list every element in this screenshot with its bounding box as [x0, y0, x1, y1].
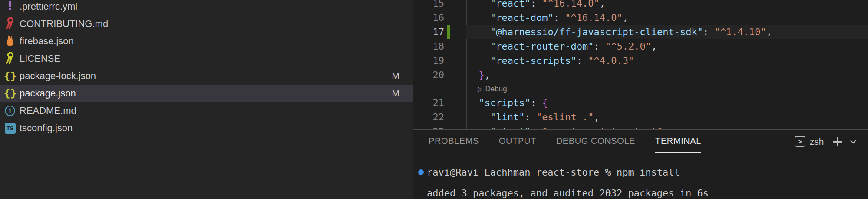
shell-name[interactable]: zsh	[810, 136, 824, 147]
command-decoration-dot	[418, 169, 424, 175]
panel-tab-problems[interactable]: PROBLEMS	[429, 130, 479, 153]
code-text: "react-scripts": "^4.0.3"	[467, 53, 634, 68]
editor-gutter-line-number: 23	[413, 124, 444, 129]
panel-tab-debug-console[interactable]: DEBUG CONSOLE	[556, 130, 635, 153]
editor-gutter-line-number: 16	[413, 10, 444, 25]
file-name: .prettierrc.yml	[20, 1, 77, 12]
editor-gutter-line-number: 17	[413, 25, 444, 39]
file-name: package-lock.json	[20, 70, 96, 82]
file-explorer: !.prettierrc.ymlCONTRIBUTING.mdfirebase.…	[0, 0, 413, 199]
code-text: "@harnessio/ff-javascript-client-sdk": "…	[467, 25, 772, 39]
editor-gutter-line-number: 18	[413, 39, 444, 53]
file-row-readme-md[interactable]: iREADME.md	[0, 102, 413, 119]
file-row--prettierrc-yml[interactable]: !.prettierrc.yml	[0, 0, 413, 15]
file-name: tsconfig.json	[20, 123, 73, 134]
editor-gutter-line-number: 20	[413, 68, 444, 82]
code-text: "scripts": {	[467, 96, 548, 110]
info-icon: i	[5, 106, 15, 116]
code-text: },	[467, 68, 490, 82]
gutter-added-indicator	[447, 25, 450, 39]
terminal-line: ravi@Ravi Lachhman react-store % npm ins…	[427, 167, 680, 178]
json-braces-icon: {}	[3, 71, 17, 81]
code-line-20[interactable]: 20 },	[413, 68, 868, 82]
code-line-18[interactable]: 18 "react-router-dom": "^5.2.0",	[413, 39, 868, 53]
code-editor[interactable]: 15 "react": "^16.14.0",16 "react-dom": "…	[413, 0, 868, 129]
panel-actions: > zsh +	[795, 130, 857, 153]
panel: PROBLEMSOUTPUTDEBUG CONSOLETERMINAL > zs…	[413, 129, 868, 199]
new-terminal-button[interactable]: +	[832, 134, 844, 149]
firebase-icon	[4, 34, 16, 49]
file-row-package-lock-json[interactable]: {}package-lock.jsonM	[0, 67, 413, 85]
code-text: "start": "react-scripts start"	[467, 124, 663, 129]
file-name: package.json	[20, 88, 76, 99]
terminal-shell-icon[interactable]: >	[795, 136, 805, 147]
file-name: firebase.json	[20, 36, 74, 47]
panel-tab-terminal[interactable]: TERMINAL	[655, 130, 701, 153]
typescript-icon: TS	[5, 123, 16, 134]
code-line-17[interactable]: 17 "@harnessio/ff-javascript-client-sdk"…	[413, 25, 868, 39]
codelens-play-icon: ▷	[478, 85, 483, 93]
json-braces-icon: {}	[3, 89, 17, 99]
file-name: README.md	[20, 105, 76, 116]
file-row-tsconfig-json[interactable]: TStsconfig.json	[0, 119, 413, 137]
vscode-window: !.prettierrc.ymlCONTRIBUTING.mdfirebase.…	[0, 0, 868, 199]
code-text: "react-router-dom": "^5.2.0",	[467, 39, 657, 53]
file-name: CONTRIBUTING.md	[20, 18, 108, 30]
code-lines: 15 "react": "^16.14.0",16 "react-dom": "…	[413, 0, 868, 129]
ribbon-icon-red	[5, 17, 15, 31]
codelens-label: Debug	[485, 85, 507, 93]
terminal-line: added 3 packages, and audited 2032 packa…	[427, 188, 709, 199]
editor-gutter-line-number: 22	[413, 110, 444, 124]
code-text: "lint": "eslint .",	[467, 110, 600, 124]
file-row-contributing-md[interactable]: CONTRIBUTING.md	[0, 15, 413, 33]
code-text: "react-dom": "^16.14.0",	[467, 10, 628, 25]
terminal-dropdown-chevron-icon[interactable]	[850, 139, 857, 144]
ribbon-icon-yellow	[5, 51, 15, 66]
code-line-23[interactable]: 23 "start": "react-scripts start"	[413, 124, 868, 129]
codelens-debug[interactable]: ▷Debug	[478, 82, 507, 96]
code-line-16[interactable]: 16 "react-dom": "^16.14.0",	[413, 10, 868, 25]
file-row-license[interactable]: LICENSE	[0, 50, 413, 67]
editor-gutter-line-number: 21	[413, 96, 444, 110]
panel-tab-output[interactable]: OUTPUT	[499, 130, 536, 153]
file-name: LICENSE	[20, 53, 60, 64]
code-text: "react": "^16.14.0",	[467, 0, 605, 10]
code-line-15[interactable]: 15 "react": "^16.14.0",	[413, 0, 868, 10]
code-line-21[interactable]: 21 "scripts": {	[413, 96, 868, 110]
git-modified-badge: M	[392, 71, 400, 81]
editor-gutter-line-number: 19	[413, 53, 444, 68]
editor-gutter-line-number: 15	[413, 0, 444, 10]
code-line-22[interactable]: 22 "lint": "eslint .",	[413, 110, 868, 124]
git-modified-badge: M	[392, 88, 400, 99]
code-line-19[interactable]: 19 "react-scripts": "^4.0.3"	[413, 53, 868, 68]
file-row-package-json[interactable]: {}package.jsonM	[0, 85, 413, 102]
file-row-firebase-json[interactable]: firebase.json	[0, 33, 413, 50]
prettier-icon: !	[7, 0, 13, 13]
